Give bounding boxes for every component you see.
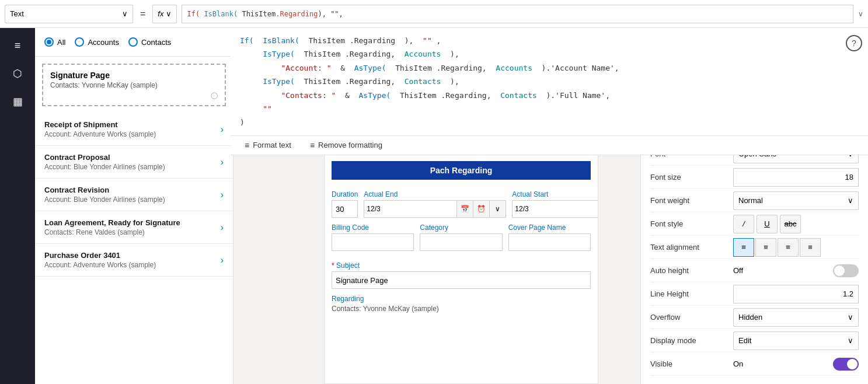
visible-value: On <box>733 358 859 371</box>
list-item[interactable]: Contract Proposal Account: Blue Yonder A… <box>35 146 233 179</box>
overflow-value: Hidden ∨ <box>733 308 859 327</box>
auto-height-toggle[interactable] <box>833 264 859 277</box>
billing-code-label: Billing Code <box>332 224 414 232</box>
align-right-button[interactable]: ≡ <box>778 238 799 257</box>
duration-label: Duration <box>332 190 358 198</box>
radio-all[interactable]: All <box>44 37 65 47</box>
strikethrough-button[interactable]: abc <box>780 215 801 233</box>
align-justify-button[interactable]: ≡ <box>800 238 821 257</box>
list-item-sub: Account: Blue Yonder Airlines (sample) <box>44 196 165 204</box>
chevron-down-icon: ∨ <box>122 9 128 18</box>
font-style-row: Font style / U abc <box>650 212 859 236</box>
regarding-value: Contacts: Yvonne McKay (sample) <box>332 305 591 313</box>
billing-code-input[interactable] <box>332 233 414 251</box>
signature-title: Signature Page <box>50 71 218 80</box>
font-size-row: Font size <box>650 166 859 189</box>
underline-button[interactable]: U <box>757 215 778 233</box>
font-size-input[interactable] <box>733 168 859 187</box>
list-item[interactable]: Purchase Order 3401 Account: Adventure W… <box>35 244 233 277</box>
font-weight-select[interactable]: Normal ∨ <box>733 191 859 210</box>
list-panel: All Accounts Contacts Signature Page Con… <box>35 28 233 384</box>
main-form: Yvonne McKay (sample) ∨ Pach Regarding D… <box>324 133 598 384</box>
actual-start-date[interactable]: 📅 ⏰ ∨ <box>512 200 598 218</box>
actual-end-date[interactable]: 📅 ⏰ ∨ <box>364 200 506 218</box>
line-height-input[interactable] <box>733 285 859 303</box>
font-size-value <box>733 168 859 187</box>
list-item[interactable]: Contract Revision Account: Blue Yonder A… <box>35 179 233 211</box>
font-weight-value: Normal ∨ <box>733 191 859 210</box>
formula-code[interactable]: If( IsBlank( ThisItem .Regarding ), "" ,… <box>231 28 868 135</box>
actual-start-input[interactable] <box>513 201 598 217</box>
display-mode-value: Edit ∨ <box>733 331 859 350</box>
top-bar: Text ∨ = fx ∨ If( IsBlank( ThisItem .Reg… <box>0 0 868 28</box>
radio-all-label: All <box>57 38 65 47</box>
duration-input[interactable] <box>332 200 358 218</box>
down-icon[interactable]: ∨ <box>489 201 506 217</box>
field-row-duration: Duration Actual End 📅 ⏰ ∨ Actual Start 📅… <box>332 190 591 218</box>
fx-label: fx <box>158 9 163 18</box>
formula-bar-expand[interactable]: ∨ <box>858 10 863 18</box>
visible-row: Visible On <box>650 352 859 376</box>
list-item-title: Loan Agreement, Ready for Signature <box>44 218 180 227</box>
chevron-right-icon: › <box>221 222 224 233</box>
actual-start-field: Actual Start 📅 ⏰ ∨ <box>512 190 598 218</box>
align-center-button[interactable]: ≡ <box>755 238 776 257</box>
format-text-icon: ≡ <box>245 141 249 150</box>
subject-input[interactable] <box>332 271 591 289</box>
overflow-row: Overflow Hidden ∨ <box>650 306 859 329</box>
visible-toggle-row: On <box>733 358 859 371</box>
category-input[interactable] <box>420 233 502 251</box>
list-item[interactable]: Loan Agreement, Ready for Signature Cont… <box>35 211 233 244</box>
format-text-label: Format text <box>253 141 291 149</box>
radio-contacts-circle <box>128 37 138 47</box>
visible-on-label: On <box>733 359 743 368</box>
cover-page-input[interactable] <box>508 233 591 251</box>
category-label: Category <box>420 224 502 232</box>
actual-end-input[interactable] <box>364 201 456 217</box>
clock-icon[interactable]: ⏰ <box>473 201 489 217</box>
list-item[interactable]: Receipt of Shipment Account: Adventure W… <box>35 113 233 146</box>
list-item-sub: Account: Adventure Works (sample) <box>44 130 156 138</box>
equals-symbol: = <box>138 9 148 19</box>
radio-group: All Accounts Contacts <box>44 37 171 47</box>
radio-contacts-label: Contacts <box>141 38 171 47</box>
list-item-title: Purchase Order 3401 <box>44 251 156 260</box>
display-mode-label: Display mode <box>650 336 726 345</box>
pach-regarding-button[interactable]: Pach Regarding <box>332 161 591 180</box>
billing-code-field: Billing Code <box>332 224 414 251</box>
alignment-buttons: ≡ ≡ ≡ ≡ <box>733 238 859 257</box>
radio-contacts[interactable]: Contacts <box>128 37 171 47</box>
sidebar-icon-dashboard[interactable]: ▦ <box>5 89 30 114</box>
align-left-button[interactable]: ≡ <box>733 238 754 257</box>
fx-chevron-icon: ∨ <box>166 9 172 18</box>
font-weight-label: Font weight <box>650 196 726 205</box>
calendar-icon[interactable]: 📅 <box>456 201 473 217</box>
chevron-right-icon: › <box>221 190 224 200</box>
overflow-select[interactable]: Hidden ∨ <box>733 308 859 327</box>
visible-toggle[interactable] <box>833 358 859 371</box>
signature-page-box[interactable]: Signature Page Contacts: Yvonne McKay (s… <box>42 64 226 106</box>
visible-label: Visible <box>650 359 726 368</box>
radio-accounts-circle <box>75 37 84 47</box>
display-mode-select[interactable]: Edit ∨ <box>733 331 859 350</box>
fx-button[interactable]: fx ∨ <box>152 5 177 23</box>
text-type-select[interactable]: Text ∨ <box>5 5 133 23</box>
radio-accounts[interactable]: Accounts <box>75 37 118 47</box>
radio-all-circle <box>44 37 54 47</box>
list-item-title: Contract Proposal <box>44 153 165 162</box>
duration-field: Duration <box>332 190 358 218</box>
resize-handle[interactable]: ◯ <box>50 92 218 99</box>
auto-height-value: Off <box>733 264 859 277</box>
chevron-down-icon: ∨ <box>848 196 853 205</box>
form-fields: Duration Actual End 📅 ⏰ ∨ Actual Start 📅… <box>325 186 598 261</box>
sidebar-icon-shapes[interactable]: ⬡ <box>5 61 30 86</box>
italic-button[interactable]: / <box>733 215 754 233</box>
format-text-button[interactable]: ≡ Format text <box>238 138 298 152</box>
text-alignment-label: Text alignment <box>650 243 726 252</box>
list-header: All Accounts Contacts <box>35 28 233 57</box>
auto-height-row: Auto height Off <box>650 259 859 282</box>
help-icon[interactable]: ? <box>846 35 862 51</box>
formula-bar[interactable]: If( IsBlank( ThisItem .Regarding ), "", <box>182 5 853 23</box>
remove-formatting-button[interactable]: ≡ Remove formatting <box>303 138 389 152</box>
sidebar-icon-menu[interactable]: ≡ <box>5 33 30 58</box>
